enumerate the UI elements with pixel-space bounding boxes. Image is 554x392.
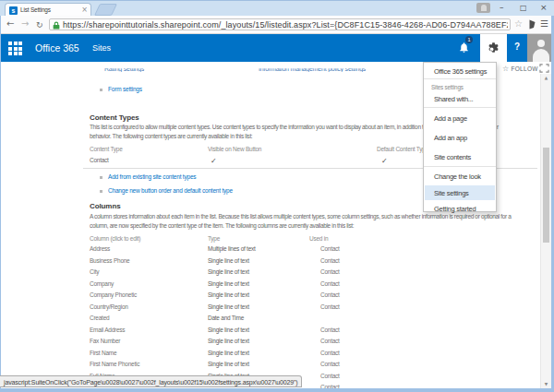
menu-divider [424, 78, 496, 79]
columns-header-row: Column (click to edit) Type Used in [90, 235, 541, 245]
focus-mode-icon[interactable] [539, 64, 549, 73]
column-header: Column (click to edit) [90, 235, 140, 242]
follow-button[interactable]: ☆FOLLOW [502, 65, 538, 73]
bullet-icon [100, 89, 102, 91]
scroll-down-icon[interactable]: ▼ [541, 382, 551, 386]
avatar[interactable] [527, 34, 554, 62]
window-border [0, 388, 554, 392]
table-row: Country/RegionSingle line of textContact [90, 303, 541, 314]
new-tab-button[interactable] [94, 4, 117, 16]
column-name-link[interactable]: Country/Region [90, 303, 128, 310]
chrome-menu-icon[interactable]: ☰ [540, 18, 548, 30]
change-new-button-order-link[interactable]: Change new button order and default cont… [108, 187, 233, 194]
menu-divider [424, 107, 496, 108]
menu-item-add-an-app[interactable]: Add an app [434, 134, 467, 142]
office365-brand-link[interactable]: Office 365 [35, 42, 79, 53]
notification-badge: 1 [465, 36, 473, 43]
tab-title: List Settings [20, 6, 51, 13]
window-border [0, 16, 1, 392]
menu-section-header: Sites settings [431, 84, 464, 90]
menu-item-getting-started[interactable]: Getting started [434, 205, 476, 213]
extension-icon[interactable] [528, 19, 536, 30]
column-header: Default Content Type [377, 146, 428, 152]
help-button[interactable]: ? [510, 42, 524, 52]
column-name-link[interactable]: Company Phonetic [90, 291, 137, 298]
form-settings-link[interactable]: Form settings [108, 86, 142, 92]
bullet-icon [100, 190, 102, 193]
table-row: Fax NumberSingle line of textContact [90, 338, 541, 348]
suite-bar: Office 365 Sites 1 ? [0, 34, 554, 62]
column-header: Type [208, 235, 220, 242]
follow-star-icon: ☆ [502, 65, 509, 73]
info-mgmt-policy-settings-link[interactable]: Information management policy settings [259, 65, 366, 72]
table-row: First NameSingle line of textContact [90, 350, 541, 360]
page-scrollbar[interactable]: ▲ ▼ [540, 74, 551, 388]
rating-settings-link[interactable]: Rating settings [104, 65, 144, 72]
columns-heading: Columns [90, 202, 121, 210]
column-header: Content Type [90, 146, 123, 152]
gear-icon [488, 42, 500, 53]
table-row: AddressMultiple lines of textContact [90, 245, 541, 255]
checkmark-icon: ✓ [381, 157, 387, 165]
app-launcher-icon[interactable] [8, 42, 22, 55]
settings-menu: Office 365 settings Sites settings Share… [423, 62, 497, 212]
person-icon [537, 40, 545, 47]
column-name-link[interactable]: Created [90, 315, 109, 321]
table-row: Business PhoneSingle line of textContact [90, 257, 541, 267]
column-name-link[interactable]: Address [90, 245, 110, 252]
column-name-link[interactable]: Business Phone [90, 257, 129, 264]
maximize-button[interactable]: □ [520, 2, 527, 14]
column-name-link[interactable]: Fax Number [90, 338, 120, 344]
reload-icon[interactable]: ↻ [36, 19, 43, 30]
menu-item-change-the-look[interactable]: Change the look [434, 172, 481, 181]
sharepoint-favicon-icon: s [9, 6, 18, 15]
back-icon[interactable]: ← [6, 18, 14, 30]
column-header: Used in [309, 235, 328, 242]
chrome-profile-button[interactable] [476, 3, 490, 13]
menu-item-site-settings[interactable]: Site settings [434, 189, 469, 197]
content-types-heading: Content Types [90, 113, 139, 122]
table-row: Email AddressSingle line of textContact [90, 327, 541, 337]
table-row: CreatedDate and Time [90, 315, 541, 325]
menu-item-site-contents[interactable]: Site contents [434, 153, 471, 161]
menu-item-office365-settings[interactable]: Office 365 settings [434, 67, 487, 76]
tab-close-icon[interactable]: × [81, 6, 88, 15]
column-name-link[interactable]: First Name [90, 350, 116, 356]
column-header: Visible on New Button [208, 146, 261, 152]
content-type-name[interactable]: Contact [90, 157, 109, 163]
menu-item-shared-with[interactable]: Shared with... [434, 95, 473, 103]
content-types-description-line2: behavior. The following content types ar… [90, 133, 252, 139]
bullet-icon [100, 176, 102, 179]
lock-icon [53, 21, 60, 30]
title-bar: s List Settings × – □ × [0, 0, 554, 16]
column-name-link[interactable]: City [90, 268, 99, 275]
column-name-link[interactable]: First Name Phonetic [90, 361, 139, 367]
menu-divider [424, 166, 496, 167]
browser-window: s List Settings × – □ × ← → ↻ https://sh… [0, 0, 554, 392]
address-bar[interactable]: https://sharepointtutorials.sharepoint.c… [49, 18, 511, 30]
browser-tab[interactable]: s List Settings × [5, 3, 91, 17]
table-row: Company PhoneticSingle line of textConta… [90, 291, 541, 302]
table-row: CitySingle line of textContact [90, 268, 541, 279]
person-icon [481, 5, 487, 11]
checkmark-icon: ✓ [211, 157, 216, 165]
sites-nav-link[interactable]: Sites [92, 43, 111, 53]
columns-description-line1: A column stores information about each i… [90, 213, 512, 220]
url-text: https://sharepointtutorials.sharepoint.c… [63, 20, 508, 30]
minimize-button[interactable]: – [500, 2, 504, 14]
status-bar: javascript:SuiteOnClick("GoToPage\u0028\… [0, 375, 302, 387]
settings-gear-button[interactable] [480, 34, 507, 62]
column-name-link[interactable]: Email Address [90, 327, 125, 333]
bookmark-star-icon[interactable]: ☆ [514, 18, 523, 30]
forward-icon[interactable]: → [21, 18, 29, 30]
columns-description-line2: column, are now specified by the content… [90, 222, 354, 229]
browser-toolbar: ← → ↻ https://sharepointtutorials.sharep… [0, 16, 554, 34]
add-content-types-link[interactable]: Add from existing site content types [108, 173, 196, 180]
close-button[interactable]: × [540, 2, 548, 14]
menu-item-add-a-page[interactable]: Add a page [434, 114, 467, 123]
table-row: CompanySingle line of textContact [90, 280, 541, 291]
scroll-up-icon[interactable]: ▲ [541, 76, 551, 80]
column-name-link[interactable]: Company [90, 280, 114, 287]
scrollbar-thumb[interactable] [543, 148, 549, 243]
table-row: First Name PhoneticSingle line of textCo… [90, 361, 541, 371]
